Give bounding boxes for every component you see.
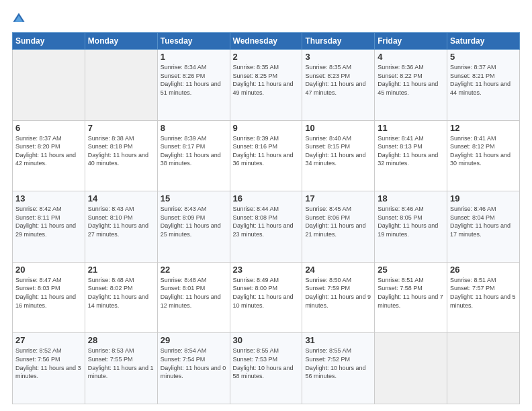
day-number: 11 bbox=[378, 123, 444, 133]
logo-icon bbox=[12, 12, 26, 26]
calendar-cell: 26Sunrise: 8:51 AMSunset: 7:57 PMDayligh… bbox=[447, 262, 520, 333]
day-info: Sunrise: 8:43 AMSunset: 8:10 PMDaylight:… bbox=[88, 205, 154, 238]
calendar-cell bbox=[85, 50, 157, 121]
calendar-cell: 11Sunrise: 8:41 AMSunset: 8:13 PMDayligh… bbox=[375, 120, 447, 191]
calendar-cell bbox=[13, 50, 85, 121]
calendar-cell: 3Sunrise: 8:35 AMSunset: 8:23 PMDaylight… bbox=[302, 50, 375, 121]
calendar-cell: 8Sunrise: 8:39 AMSunset: 8:17 PMDaylight… bbox=[157, 120, 230, 191]
calendar-cell: 6Sunrise: 8:37 AMSunset: 8:20 PMDaylight… bbox=[13, 120, 85, 191]
calendar-cell: 31Sunrise: 8:55 AMSunset: 7:52 PMDayligh… bbox=[302, 333, 375, 404]
logo bbox=[12, 12, 28, 26]
calendar: SundayMondayTuesdayWednesdayThursdayFrid… bbox=[12, 32, 520, 404]
calendar-cell: 2Sunrise: 8:35 AMSunset: 8:25 PMDaylight… bbox=[230, 50, 302, 121]
day-info: Sunrise: 8:54 AMSunset: 7:54 PMDaylight:… bbox=[161, 347, 227, 380]
day-info: Sunrise: 8:46 AMSunset: 8:05 PMDaylight:… bbox=[378, 205, 444, 238]
day-number: 28 bbox=[88, 335, 154, 345]
calendar-cell: 5Sunrise: 8:37 AMSunset: 8:21 PMDaylight… bbox=[447, 50, 520, 121]
day-number: 30 bbox=[233, 335, 300, 345]
day-number: 14 bbox=[88, 193, 154, 203]
day-info: Sunrise: 8:51 AMSunset: 7:58 PMDaylight:… bbox=[378, 276, 444, 310]
calendar-cell: 9Sunrise: 8:39 AMSunset: 8:16 PMDaylight… bbox=[230, 120, 302, 191]
day-info: Sunrise: 8:49 AMSunset: 8:00 PMDaylight:… bbox=[233, 276, 300, 310]
day-number: 25 bbox=[378, 265, 444, 275]
calendar-cell: 24Sunrise: 8:50 AMSunset: 7:59 PMDayligh… bbox=[302, 262, 375, 333]
day-info: Sunrise: 8:35 AMSunset: 8:25 PMDaylight:… bbox=[233, 63, 300, 97]
calendar-week-row: 27Sunrise: 8:52 AMSunset: 7:56 PMDayligh… bbox=[13, 333, 520, 404]
day-info: Sunrise: 8:55 AMSunset: 7:52 PMDaylight:… bbox=[305, 347, 371, 380]
day-number: 6 bbox=[15, 123, 82, 133]
calendar-cell: 21Sunrise: 8:48 AMSunset: 8:02 PMDayligh… bbox=[85, 262, 157, 333]
calendar-cell: 1Sunrise: 8:34 AMSunset: 8:26 PMDaylight… bbox=[157, 50, 230, 121]
day-number: 17 bbox=[305, 193, 371, 203]
day-info: Sunrise: 8:53 AMSunset: 7:55 PMDaylight:… bbox=[88, 347, 154, 380]
day-number: 5 bbox=[450, 52, 517, 62]
day-number: 10 bbox=[305, 123, 371, 133]
day-number: 18 bbox=[378, 193, 444, 203]
calendar-header-row: SundayMondayTuesdayWednesdayThursdayFrid… bbox=[13, 33, 520, 50]
day-info: Sunrise: 8:43 AMSunset: 8:09 PMDaylight:… bbox=[161, 205, 227, 238]
day-number: 16 bbox=[233, 193, 300, 203]
day-number: 21 bbox=[88, 265, 154, 275]
day-info: Sunrise: 8:42 AMSunset: 8:11 PMDaylight:… bbox=[15, 205, 82, 238]
day-number: 2 bbox=[233, 52, 300, 62]
day-number: 1 bbox=[161, 52, 227, 62]
calendar-week-row: 6Sunrise: 8:37 AMSunset: 8:20 PMDaylight… bbox=[13, 120, 520, 191]
day-number: 13 bbox=[15, 193, 82, 203]
day-info: Sunrise: 8:39 AMSunset: 8:16 PMDaylight:… bbox=[233, 134, 300, 168]
day-info: Sunrise: 8:41 AMSunset: 8:13 PMDaylight:… bbox=[378, 134, 444, 168]
day-header: Thursday bbox=[302, 33, 375, 50]
calendar-week-row: 20Sunrise: 8:47 AMSunset: 8:03 PMDayligh… bbox=[13, 262, 520, 333]
day-header: Saturday bbox=[447, 33, 520, 50]
page: SundayMondayTuesdayWednesdayThursdayFrid… bbox=[0, 0, 532, 411]
day-number: 15 bbox=[161, 193, 227, 203]
calendar-cell: 19Sunrise: 8:46 AMSunset: 8:04 PMDayligh… bbox=[447, 191, 520, 263]
calendar-cell: 16Sunrise: 8:44 AMSunset: 8:08 PMDayligh… bbox=[230, 191, 302, 263]
day-number: 20 bbox=[15, 265, 82, 275]
calendar-cell: 10Sunrise: 8:40 AMSunset: 8:15 PMDayligh… bbox=[302, 120, 375, 191]
day-info: Sunrise: 8:41 AMSunset: 8:12 PMDaylight:… bbox=[450, 134, 517, 168]
day-info: Sunrise: 8:37 AMSunset: 8:20 PMDaylight:… bbox=[15, 134, 82, 168]
day-info: Sunrise: 8:36 AMSunset: 8:22 PMDaylight:… bbox=[378, 63, 444, 97]
calendar-cell: 20Sunrise: 8:47 AMSunset: 8:03 PMDayligh… bbox=[13, 262, 85, 333]
calendar-cell: 17Sunrise: 8:45 AMSunset: 8:06 PMDayligh… bbox=[302, 191, 375, 263]
header bbox=[12, 12, 520, 26]
day-info: Sunrise: 8:37 AMSunset: 8:21 PMDaylight:… bbox=[450, 63, 517, 97]
day-info: Sunrise: 8:45 AMSunset: 8:06 PMDaylight:… bbox=[305, 205, 371, 238]
calendar-cell: 4Sunrise: 8:36 AMSunset: 8:22 PMDaylight… bbox=[375, 50, 447, 121]
day-header: Tuesday bbox=[157, 33, 230, 50]
day-header: Monday bbox=[85, 33, 157, 50]
day-info: Sunrise: 8:35 AMSunset: 8:23 PMDaylight:… bbox=[305, 63, 371, 97]
calendar-cell: 14Sunrise: 8:43 AMSunset: 8:10 PMDayligh… bbox=[85, 191, 157, 263]
calendar-week-row: 1Sunrise: 8:34 AMSunset: 8:26 PMDaylight… bbox=[13, 50, 520, 121]
day-info: Sunrise: 8:44 AMSunset: 8:08 PMDaylight:… bbox=[233, 205, 300, 238]
day-info: Sunrise: 8:50 AMSunset: 7:59 PMDaylight:… bbox=[305, 276, 371, 310]
day-info: Sunrise: 8:46 AMSunset: 8:04 PMDaylight:… bbox=[450, 205, 517, 238]
calendar-cell: 25Sunrise: 8:51 AMSunset: 7:58 PMDayligh… bbox=[375, 262, 447, 333]
calendar-cell: 27Sunrise: 8:52 AMSunset: 7:56 PMDayligh… bbox=[13, 333, 85, 404]
calendar-cell bbox=[447, 333, 520, 404]
calendar-cell: 18Sunrise: 8:46 AMSunset: 8:05 PMDayligh… bbox=[375, 191, 447, 263]
day-number: 22 bbox=[161, 265, 227, 275]
day-header: Friday bbox=[375, 33, 447, 50]
day-number: 24 bbox=[305, 265, 371, 275]
day-info: Sunrise: 8:38 AMSunset: 8:18 PMDaylight:… bbox=[88, 134, 154, 168]
calendar-week-row: 13Sunrise: 8:42 AMSunset: 8:11 PMDayligh… bbox=[13, 191, 520, 263]
day-info: Sunrise: 8:34 AMSunset: 8:26 PMDaylight:… bbox=[161, 63, 227, 97]
calendar-cell: 28Sunrise: 8:53 AMSunset: 7:55 PMDayligh… bbox=[85, 333, 157, 404]
calendar-cell: 30Sunrise: 8:55 AMSunset: 7:53 PMDayligh… bbox=[230, 333, 302, 404]
calendar-cell: 23Sunrise: 8:49 AMSunset: 8:00 PMDayligh… bbox=[230, 262, 302, 333]
day-info: Sunrise: 8:47 AMSunset: 8:03 PMDaylight:… bbox=[15, 276, 82, 310]
day-number: 4 bbox=[378, 52, 444, 62]
day-info: Sunrise: 8:51 AMSunset: 7:57 PMDaylight:… bbox=[450, 276, 517, 310]
day-info: Sunrise: 8:52 AMSunset: 7:56 PMDaylight:… bbox=[15, 347, 82, 380]
day-number: 23 bbox=[233, 265, 300, 275]
calendar-cell: 7Sunrise: 8:38 AMSunset: 8:18 PMDaylight… bbox=[85, 120, 157, 191]
day-number: 27 bbox=[15, 335, 82, 345]
calendar-cell bbox=[375, 333, 447, 404]
day-number: 31 bbox=[305, 335, 371, 345]
day-info: Sunrise: 8:48 AMSunset: 8:02 PMDaylight:… bbox=[88, 276, 154, 310]
day-info: Sunrise: 8:40 AMSunset: 8:15 PMDaylight:… bbox=[305, 134, 371, 168]
calendar-cell: 22Sunrise: 8:48 AMSunset: 8:01 PMDayligh… bbox=[157, 262, 230, 333]
day-number: 29 bbox=[161, 335, 227, 345]
day-info: Sunrise: 8:48 AMSunset: 8:01 PMDaylight:… bbox=[161, 276, 227, 310]
